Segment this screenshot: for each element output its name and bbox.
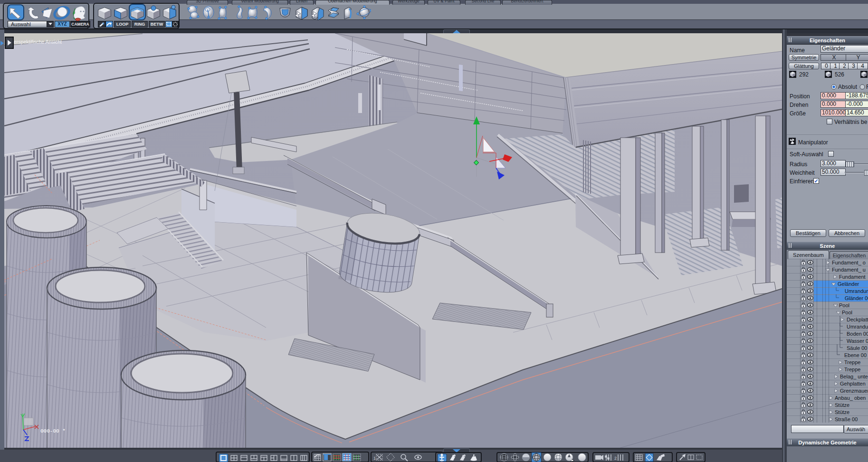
svg-text:2: 2	[614, 456, 617, 461]
svg-text:Umrandung: Umrandung	[845, 288, 868, 294]
svg-text:Pool: Pool	[842, 310, 852, 315]
svg-text:Fundament_ o: Fundament_ o	[832, 260, 866, 265]
svg-text:Säule 00: Säule 00	[847, 345, 867, 351]
svg-text:292: 292	[799, 71, 809, 78]
svg-text:Boden 00: Boden 00	[847, 331, 868, 337]
svg-text:erspektifische Ansicht: erspektifische Ansicht	[14, 39, 62, 45]
svg-text:Absolut: Absolut	[838, 84, 858, 90]
svg-text:Treppe: Treppe	[844, 367, 860, 372]
svg-text:Stütze: Stütze	[835, 409, 849, 415]
svg-text:Straße 00: Straße 00	[835, 416, 858, 422]
svg-text:Grenzmauer: Grenzmauer	[840, 388, 868, 394]
svg-text:000-00 *: 000-00 *	[40, 428, 66, 434]
svg-text:Wasser 0: Wasser 0	[847, 338, 868, 344]
svg-text:Stütze: Stütze	[835, 402, 849, 408]
svg-text:Geländer: Geländer	[838, 281, 859, 287]
svg-text:Fundament: Fundament	[839, 274, 866, 280]
svg-text:Umrandung: Umrandung	[847, 324, 868, 330]
svg-text:Pool: Pool	[839, 302, 849, 308]
svg-text:R: R	[866, 84, 868, 90]
svg-text:526: 526	[835, 71, 844, 78]
svg-text:Gländer 00: Gländer 00	[845, 295, 868, 301]
svg-text:1: 1	[373, 456, 376, 461]
svg-text:Belag_ unte: Belag_ unte	[840, 374, 868, 379]
svg-text:Deckplatte: Deckplatte	[847, 317, 868, 322]
svg-text:Anbau_ oben: Anbau_ oben	[835, 395, 866, 401]
svg-text:Ebene 00: Ebene 00	[844, 352, 867, 358]
svg-text:Fundament_ u: Fundament_ u	[832, 267, 866, 273]
svg-text:Gehplatten: Gehplatten	[840, 381, 866, 387]
svg-text:Treppe: Treppe	[844, 359, 860, 365]
